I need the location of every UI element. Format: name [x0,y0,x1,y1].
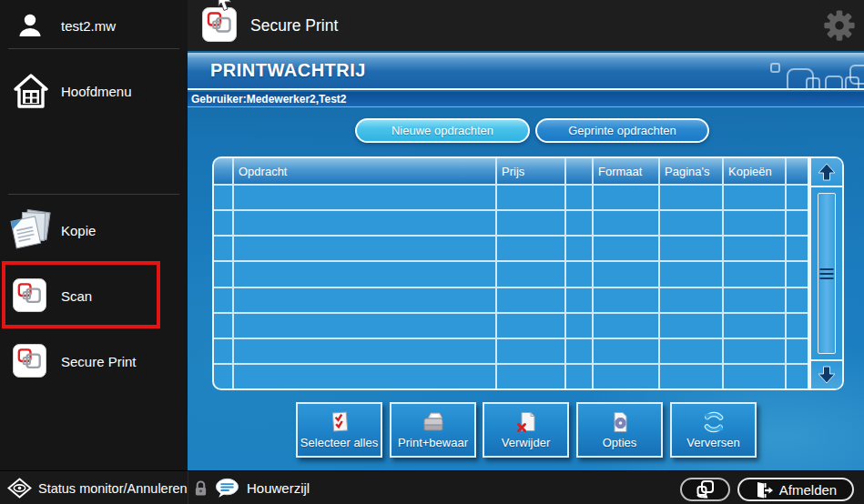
queue-cell[interactable] [594,365,658,388]
queue-cell[interactable] [660,365,722,388]
tab-geprinte-opdrachten[interactable]: Geprinte opdrachten [535,118,709,143]
scrollbar-thumb[interactable] [818,193,836,354]
queue-cell[interactable] [660,237,722,260]
queue-cell[interactable] [566,314,592,338]
queue-cell[interactable] [566,237,592,260]
scroll-up-button[interactable] [811,158,842,187]
button-label: Print+bewaar [398,436,468,449]
queue-cell[interactable] [234,262,495,286]
queue-cell[interactable] [594,262,658,286]
queue-cell[interactable] [497,211,564,235]
app-switch-button[interactable] [680,478,730,501]
queue-cell[interactable] [497,262,564,286]
queue-cell[interactable] [660,211,722,235]
user-info-bar: Gebruiker:Medewerker2,Test2 [188,92,864,107]
queue-cell[interactable] [234,314,495,338]
sidebar-item-kopie[interactable]: Kopie [0,207,188,253]
queue-cell[interactable] [594,339,658,363]
sidebar-user: test2.mw [0,7,188,44]
vertical-scrollbar[interactable] [809,156,844,390]
queue-cell[interactable] [660,288,722,312]
device-screen: test2.mw Hoofdmenu [0,0,864,504]
printer-icon [421,410,446,434]
queue-cell[interactable] [724,314,785,338]
column-header-paginas: Pagina's [660,158,722,184]
queue-cell[interactable] [214,237,232,260]
print-queue-grid: Opdracht Prijs Formaat Pagina's Kopieën [212,156,809,390]
queue-cell[interactable] [497,314,564,338]
queue-cell[interactable] [214,211,232,235]
print-and-keep-button[interactable]: Print+bewaar [390,402,476,458]
logout-door-icon [755,480,773,499]
user-icon [16,12,44,39]
queue-cell[interactable] [566,186,592,209]
queue-cell[interactable] [234,211,495,235]
queue-cell[interactable] [566,262,592,286]
queue-cell[interactable] [594,288,658,312]
queue-cell[interactable] [787,288,808,312]
queue-cell[interactable] [787,314,808,338]
column-header-select [214,158,232,184]
queue-cell[interactable] [214,339,232,363]
queue-cell[interactable] [594,186,658,209]
queue-cell[interactable] [724,237,785,260]
queue-cell[interactable] [787,365,808,388]
queue-cell[interactable] [660,262,722,286]
queue-cell[interactable] [660,339,722,363]
refresh-button[interactable]: Verversen [670,402,757,458]
logout-button[interactable]: Afmelden [737,478,854,501]
queue-cell[interactable] [787,186,808,209]
sidebar-item-hoofdmenu[interactable]: Hoofdmenu [0,69,188,113]
queue-cell[interactable] [787,237,808,260]
queue-cell[interactable] [724,211,785,235]
column-header-blank [566,158,592,184]
queue-cell[interactable] [724,288,785,312]
queue-cell[interactable] [660,186,722,209]
queue-cell[interactable] [724,186,785,209]
decor-square-icon [770,63,780,73]
queue-cell[interactable] [566,211,592,235]
queue-cell[interactable] [594,237,658,260]
sidebar-item-secure-print[interactable]: Secure Print [0,344,188,378]
queue-cell[interactable] [594,211,658,235]
queue-cell[interactable] [566,365,592,388]
sidebar: test2.mw Hoofdmenu [0,0,188,470]
tab-nieuwe-opdrachten[interactable]: Nieuwe opdrachten [355,118,530,143]
queue-cell[interactable] [724,339,785,363]
queue-cell[interactable] [497,339,564,363]
queue-cell[interactable] [234,237,495,260]
queue-cell[interactable] [566,288,592,312]
queue-cell[interactable] [594,314,658,338]
status-monitor-icon [7,478,32,499]
status-monitor-button[interactable]: Status monitor/Annuleren [7,471,188,504]
queue-cell[interactable] [234,288,495,312]
delete-button[interactable]: Verwijder [483,402,569,458]
queue-cell[interactable] [497,237,564,260]
queue-cell[interactable] [214,314,232,338]
select-all-button[interactable]: Selecteer alles [296,402,382,458]
queue-cell[interactable] [214,365,232,388]
queue-cell[interactable] [787,262,808,286]
queue-cell[interactable] [234,365,495,388]
queue-cell[interactable] [724,262,785,286]
queue-cell[interactable] [787,211,808,235]
gear-icon[interactable] [822,8,857,43]
queue-cell[interactable] [787,339,808,363]
queue-cell[interactable] [234,186,495,209]
tab-label: Geprinte opdrachten [568,124,676,137]
queue-cell[interactable] [566,339,592,363]
queue-cell[interactable] [724,365,785,388]
queue-cell[interactable] [497,365,564,388]
button-label: Opties [603,436,637,449]
queue-cell[interactable] [214,186,232,209]
queue-cell[interactable] [214,262,232,286]
scroll-down-button[interactable] [811,359,842,388]
queue-cell[interactable] [660,314,722,338]
queue-cell[interactable] [497,186,564,209]
options-button[interactable]: Opties [576,402,663,458]
sidebar-item-scan[interactable]: Scan [0,278,188,313]
queue-cell[interactable] [214,288,232,312]
queue-cell[interactable] [497,288,564,312]
column-header-prijs: Prijs [497,158,564,184]
queue-cell[interactable] [234,339,495,363]
